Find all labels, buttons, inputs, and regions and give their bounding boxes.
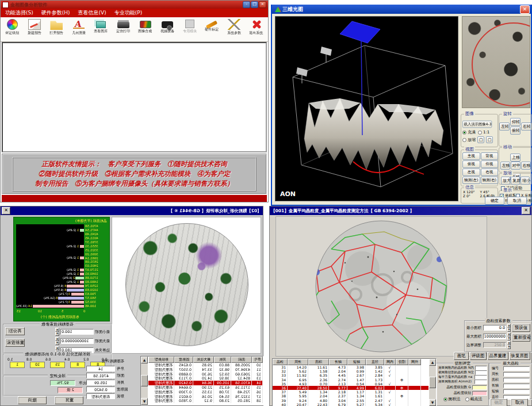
rotate-right-button[interactable]: 右转 xyxy=(521,122,531,131)
scroll-up-icon[interactable]: ▲ xyxy=(141,357,148,363)
scale-down-button[interactable]: ▢ xyxy=(477,136,484,143)
menu-item-0[interactable]: 功能选择(S) xyxy=(5,9,33,17)
move-center-button[interactable]: 对中 xyxy=(511,162,520,170)
spin-up-icon[interactable]: ▲ xyxy=(55,328,59,332)
table-row[interactable]: 171322.7655.4020.160.6021石墨为球型 xyxy=(148,394,263,399)
max-input-2[interactable] xyxy=(503,378,530,382)
cut-input-3[interactable] xyxy=(474,380,487,384)
grain-ok-button[interactable]: 确定 xyxy=(490,399,507,406)
grain-micrograph-area[interactable] xyxy=(275,216,487,357)
particle-micrograph-area[interactable] xyxy=(112,217,261,354)
max-input-3[interactable] xyxy=(503,384,530,388)
spinner-icon[interactable]: ▲▼ xyxy=(55,337,59,345)
method-radio-0[interactable]: 面积法 xyxy=(443,396,461,402)
table-row[interactable]: 114394.7098.3233.740.5507石墨为团型 xyxy=(148,367,263,372)
spinner-icon[interactable]: ▲▼ xyxy=(507,332,511,340)
field-input-0[interactable]: 0.0 xyxy=(483,325,507,331)
particle-close-icon[interactable]: ✕ xyxy=(2,207,10,215)
particle-action-button-0[interactable]: 撤消 xyxy=(18,396,47,404)
view-button-5[interactable]: 右视 xyxy=(481,168,499,176)
cancel-button[interactable]: 取消 xyxy=(507,197,527,205)
spin-up-icon[interactable]: ▲ xyxy=(55,346,59,350)
radio-充满[interactable]: 充满 xyxy=(462,129,476,135)
spinner-icon[interactable]: ▲▼ xyxy=(55,328,59,336)
move-right-button[interactable]: 右移 xyxy=(521,162,531,170)
spin-up-icon[interactable]: ▲ xyxy=(507,324,511,328)
search-button-0[interactable]: 再分割 xyxy=(5,327,25,335)
close-button[interactable]: × xyxy=(259,1,266,8)
table-row[interactable]: 325.621.582.040.991.42√ xyxy=(273,369,428,373)
grain-tool-button-3[interactable]: 恢复原图 xyxy=(510,352,530,360)
grain-titlebar[interactable]: 【001】金属平均晶粒度_金属平均晶粒度测定方法【 GB 6394-2002 】… xyxy=(270,206,531,215)
particle-titlebar[interactable]: ✕ 【02】颗粒分析_球化率评级【 GB-9441 ⑥ 】 xyxy=(1,206,263,215)
field-input-1[interactable]: 1000000000.0 xyxy=(483,334,507,339)
table-row[interactable]: 346.952.362.741.471.73Φ xyxy=(273,378,428,382)
toolbar-item-exit[interactable]: 退出系统 xyxy=(247,18,266,36)
toolbar-item-open-folder[interactable]: 打开报告 xyxy=(47,18,66,36)
scale-up-button[interactable]: ▢ xyxy=(486,136,493,143)
particle-table-scrollbar[interactable]: ▲ ▼ xyxy=(141,357,148,405)
cut-input-1[interactable] xyxy=(475,370,487,375)
grain-search-button-1[interactable]: 重新搜索 xyxy=(512,334,530,342)
toolbar-item-calibrate[interactable]: 硬件标定 xyxy=(202,18,221,32)
restore-button[interactable]: □ xyxy=(251,1,258,8)
toolbar-item-color-wheel[interactable]: 评定级别 xyxy=(3,18,22,36)
scroll-thumb[interactable] xyxy=(141,375,148,386)
zoom-button-1[interactable]: 复原 xyxy=(511,177,520,185)
scroll-down-icon[interactable]: ▼ xyxy=(429,399,436,406)
max-input-0[interactable] xyxy=(503,366,530,371)
table-row[interactable]: 375.491.342.181.171.31√ xyxy=(273,390,428,394)
table-row[interactable]: 354.930.702.130.540.94√ xyxy=(273,382,428,386)
cut-input-0[interactable] xyxy=(475,366,487,370)
grain-cancel-button[interactable]: 取消 xyxy=(511,399,528,406)
viewer3d-titlebar[interactable]: 三维光图 ✕ xyxy=(272,5,531,14)
view-button-6[interactable]: 轴测(左) xyxy=(462,177,480,184)
search-button-1[interactable]: 重新搜索 xyxy=(5,339,25,347)
scroll-up-icon[interactable]: ▲ xyxy=(429,359,436,366)
table-row[interactable]: 3627.4028.509.774.996.02Φ xyxy=(273,386,428,390)
menu-item-2[interactable]: 查看信息(V) xyxy=(78,9,106,17)
move-left-button[interactable]: 左移 xyxy=(500,162,510,170)
particle-table[interactable]: ▲ ▼ 序号面积周长最大弦长圆形度形状类型102005.8888.0329.85… xyxy=(140,356,263,405)
toolbar-item-tools[interactable]: 系统参数 xyxy=(225,18,244,36)
menu-item-1[interactable]: 硬件参数(H) xyxy=(41,9,70,17)
max-input-4[interactable] xyxy=(503,389,530,394)
toolbar-item-printer[interactable]: 定倍打印 xyxy=(114,18,133,34)
grain-tool-button-0[interactable]: 画笔 xyxy=(454,352,469,360)
micrograph-preview[interactable] xyxy=(462,16,530,108)
view-button-7[interactable]: 轴测(右) xyxy=(481,177,499,184)
table-row[interactable]: 151711.1663.2522.900.6644石墨为球型 xyxy=(148,385,263,390)
viewport-3d[interactable]: AON xyxy=(275,16,458,201)
spin-down-icon[interactable]: ▼ xyxy=(55,341,59,345)
scroll-thumb[interactable] xyxy=(429,377,436,388)
scroll-down-icon[interactable]: ▼ xyxy=(141,398,148,405)
viewer3d-close-icon[interactable]: ✕ xyxy=(520,5,530,14)
spin-up-icon[interactable]: ▲ xyxy=(55,337,59,341)
spin-down-icon[interactable]: ▼ xyxy=(507,328,511,332)
field-input-0[interactable]: 100.0 xyxy=(60,329,94,335)
grain-search-button-0[interactable]: 预设值 xyxy=(512,324,530,332)
spin-up-icon[interactable]: ▲ xyxy=(507,341,511,345)
toolbar-item-module[interactable]: 专用模块 xyxy=(181,18,200,34)
cut-input-2[interactable] xyxy=(474,375,487,380)
toolbar-item-new-report[interactable]: 新建报告 xyxy=(25,18,44,36)
grain-table-scrollbar[interactable]: ▲ ▼ xyxy=(429,359,436,406)
spinner-icon[interactable]: ▲▼ xyxy=(507,341,511,349)
view-button-3[interactable]: 仰视 xyxy=(481,160,499,168)
grain-tool-button-2[interactable]: 晶界重建 xyxy=(488,352,508,360)
table-row[interactable]: 102005.8888.0329.850.6245石墨为球型 xyxy=(148,363,263,367)
spinner-icon[interactable]: ▲▼ xyxy=(507,324,511,332)
max-input-1[interactable] xyxy=(503,372,530,377)
grain-table[interactable]: 晶粒周长面积长轴短轴直径网内切割网外3114.2011.614.733.983.… xyxy=(272,358,437,406)
spin-up-icon[interactable]: ▲ xyxy=(507,332,511,336)
load-demo-image-button[interactable]: 载入演示图像4-3 xyxy=(462,121,492,128)
spin-down-icon[interactable]: ▼ xyxy=(507,345,511,349)
radio-1:1[interactable]: 1:1 xyxy=(478,129,489,135)
spin-down-icon[interactable]: ▼ xyxy=(55,332,59,336)
grain-tool-button-1[interactable]: 评级图 xyxy=(470,352,487,360)
view-button-0[interactable]: 主视 xyxy=(462,152,480,160)
view-button-2[interactable]: 俯视 xyxy=(462,160,480,168)
field-input-1[interactable]: 1000000000.0 xyxy=(60,338,94,344)
toolbar-item-measure[interactable]: 几何测量 xyxy=(70,18,89,36)
titlebar[interactable]: 金相图像分析软件 - □ × xyxy=(1,1,268,9)
